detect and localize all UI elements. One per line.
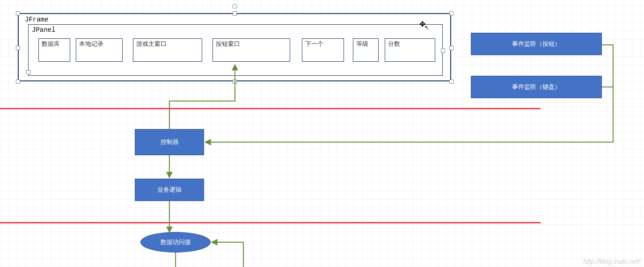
panel-next[interactable]: 下一个 [302, 38, 344, 62]
dao-ellipse[interactable]: 数据访问接 [140, 232, 211, 253]
dao-label: 数据访问接 [161, 238, 191, 246]
rotate-handle[interactable] [232, 4, 237, 9]
panel-level[interactable]: 等级 [353, 38, 379, 62]
inner-handle-e[interactable] [441, 49, 445, 53]
listener-keyboard-label: 事件监听（键盘） [512, 83, 561, 91]
panel-btnwin[interactable]: 按钮窗口 [212, 38, 290, 62]
handle-nw[interactable] [16, 11, 20, 15]
panel-score[interactable]: 分数 [385, 38, 435, 62]
move-cursor-icon: ✥↖ [419, 20, 430, 29]
logic-box[interactable]: 业务逻辑 [135, 179, 204, 201]
panel-gamewin-label: 游戏主窗口 [136, 40, 167, 47]
panel-btnwin-label: 按钮窗口 [216, 40, 240, 47]
controller-box[interactable]: 控制器 [135, 129, 204, 155]
handle-sw[interactable] [16, 79, 20, 84]
panel-local[interactable]: 本地记录 [76, 38, 123, 62]
controller-label: 控制器 [161, 138, 179, 146]
panel-next-label: 下一个 [305, 40, 323, 47]
listener-button-box[interactable]: 事件监听（按钮） [471, 33, 602, 55]
handle-n[interactable] [233, 11, 237, 15]
watermark: http://blog.csdn.net/ [583, 258, 640, 265]
listener-button-label: 事件监听（按钮） [512, 40, 561, 48]
jpanel-label: JPanel [32, 26, 55, 34]
handle-w[interactable] [16, 46, 20, 50]
handle-s[interactable] [233, 79, 237, 84]
panel-score-label: 分数 [388, 40, 400, 47]
handle-ne[interactable] [449, 11, 454, 15]
jframe-label: JFrame [25, 16, 48, 23]
logic-label: 业务逻辑 [157, 186, 182, 194]
handle-e[interactable] [449, 46, 454, 50]
inner-handle-w[interactable] [26, 70, 30, 74]
panel-db-label: 数据库 [42, 40, 60, 47]
listener-keyboard-box[interactable]: 事件监听（键盘） [471, 76, 602, 98]
panel-local-label: 本地记录 [79, 40, 103, 47]
panel-level-label: 等级 [356, 40, 368, 47]
panel-db[interactable]: 数据库 [38, 38, 70, 62]
handle-se[interactable] [449, 79, 454, 84]
panel-gamewin[interactable]: 游戏主窗口 [133, 38, 202, 62]
